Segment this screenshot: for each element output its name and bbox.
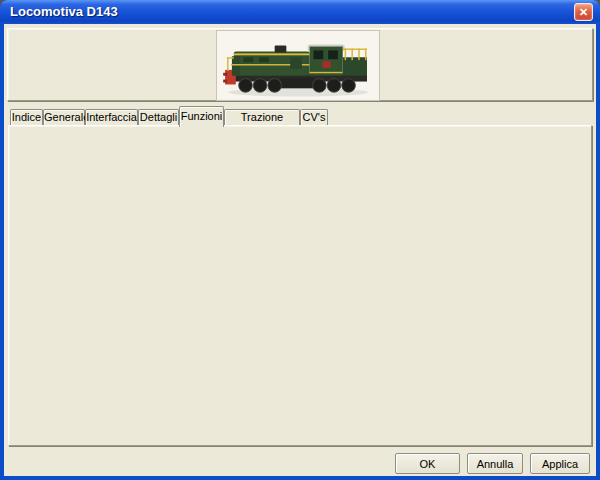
title-bar: Locomotiva D143 ✕ xyxy=(0,0,600,24)
tab-label: Generale xyxy=(44,111,89,123)
tab-label: Indice xyxy=(12,111,41,123)
tab-cvs[interactable]: CV's xyxy=(300,109,328,126)
tab-indice[interactable]: Indice xyxy=(10,109,43,126)
close-icon: ✕ xyxy=(579,6,588,18)
tab-trazione-multipla[interactable]: Trazione multipla xyxy=(224,109,300,126)
tab-generale[interactable]: Generale xyxy=(43,109,85,126)
tab-label: Dettagli xyxy=(140,111,177,123)
photo-panel xyxy=(7,28,593,101)
tab-label: Funzioni xyxy=(181,110,223,122)
annulla-button[interactable]: Annulla xyxy=(467,453,523,474)
tab-label: CV's xyxy=(303,111,326,123)
ok-button[interactable]: OK xyxy=(395,453,460,474)
tab-funzioni[interactable]: Funzioni xyxy=(179,106,224,127)
window-title: Locomotiva D143 xyxy=(10,4,118,19)
locomotive-photo xyxy=(216,30,380,101)
close-button[interactable]: ✕ xyxy=(574,3,593,21)
tab-interfaccia[interactable]: Interfaccia xyxy=(85,109,138,126)
dialog-window: Locomotiva D143 ✕ xyxy=(0,0,600,480)
tab-label: Interfaccia xyxy=(86,111,137,123)
tabpage-funzioni xyxy=(8,125,592,446)
tab-dettagli[interactable]: Dettagli xyxy=(138,109,179,126)
locomotive-image xyxy=(217,31,379,100)
applica-button[interactable]: Applica xyxy=(530,453,590,474)
